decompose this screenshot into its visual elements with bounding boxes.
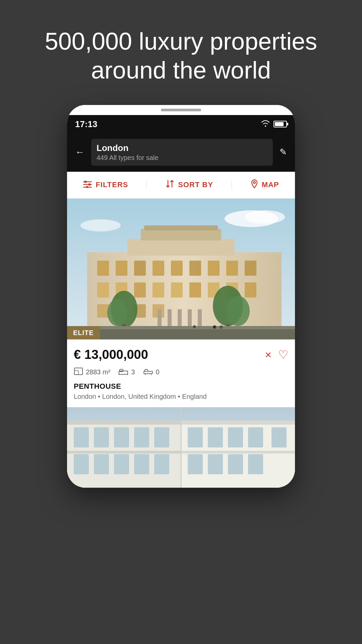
property-location: London • London, United Kingdom • Englan… bbox=[74, 393, 288, 400]
spec-baths: 0 bbox=[143, 368, 160, 377]
favorite-button[interactable]: ♡ bbox=[278, 348, 288, 361]
svg-rect-26 bbox=[134, 282, 146, 298]
svg-rect-32 bbox=[245, 282, 256, 298]
svg-rect-23 bbox=[245, 261, 256, 276]
back-button[interactable]: ← bbox=[74, 146, 86, 159]
svg-rect-76 bbox=[154, 454, 169, 474]
filters-icon bbox=[83, 180, 92, 190]
svg-rect-13 bbox=[141, 229, 221, 240]
map-label: MAP bbox=[262, 180, 279, 189]
svg-rect-85 bbox=[248, 454, 263, 474]
spec-area: 2883 m² bbox=[74, 367, 110, 377]
svg-rect-81 bbox=[272, 427, 287, 447]
hero-title: 500,000 luxury properties around the wor… bbox=[0, 0, 362, 105]
svg-rect-83 bbox=[208, 454, 223, 474]
svg-point-51 bbox=[220, 325, 223, 329]
sort-button[interactable]: SORT BY bbox=[165, 179, 213, 191]
svg-rect-80 bbox=[248, 427, 263, 447]
sort-label: SORT BY bbox=[178, 180, 213, 189]
svg-point-46 bbox=[226, 296, 250, 326]
bath-icon bbox=[143, 368, 153, 377]
svg-rect-33 bbox=[97, 304, 109, 318]
filters-button[interactable]: FILTERS bbox=[83, 180, 128, 190]
svg-point-10 bbox=[80, 219, 121, 231]
svg-rect-14 bbox=[144, 225, 218, 230]
location-subtitle: 449 All types for sale bbox=[97, 154, 267, 162]
wifi-icon bbox=[261, 119, 270, 129]
svg-rect-16 bbox=[116, 261, 127, 276]
status-bar: 17:13 bbox=[67, 115, 295, 133]
svg-rect-17 bbox=[134, 261, 146, 276]
header-location: London 449 All types for sale bbox=[91, 139, 273, 166]
svg-rect-72 bbox=[74, 454, 89, 474]
property-type: PENTHOUSE bbox=[74, 382, 288, 391]
svg-point-43 bbox=[107, 299, 127, 326]
location-name: London bbox=[97, 143, 267, 153]
svg-rect-88 bbox=[67, 451, 181, 453]
svg-rect-78 bbox=[208, 427, 223, 447]
area-value: 2883 m² bbox=[86, 368, 110, 376]
area-icon bbox=[74, 367, 83, 377]
status-icons bbox=[261, 119, 287, 129]
svg-rect-28 bbox=[171, 282, 183, 298]
filter-divider-2 bbox=[232, 180, 232, 190]
svg-rect-82 bbox=[188, 454, 203, 474]
beds-value: 3 bbox=[131, 368, 135, 376]
filters-label: FILTERS bbox=[96, 180, 128, 189]
property-price-row: € 13,000,000 × ♡ bbox=[74, 347, 288, 362]
svg-rect-89 bbox=[181, 451, 295, 453]
bed-icon bbox=[118, 368, 128, 377]
svg-rect-73 bbox=[94, 454, 109, 474]
svg-rect-21 bbox=[208, 261, 220, 276]
svg-rect-24 bbox=[97, 282, 109, 298]
svg-point-9 bbox=[245, 210, 285, 224]
edit-button[interactable]: ✎ bbox=[278, 146, 288, 159]
svg-point-1 bbox=[84, 180, 87, 183]
sort-icon bbox=[165, 179, 175, 191]
svg-rect-71 bbox=[154, 427, 169, 447]
svg-rect-86 bbox=[67, 421, 181, 425]
property-2-image[interactable] bbox=[67, 407, 295, 488]
svg-rect-74 bbox=[114, 454, 129, 474]
svg-rect-15 bbox=[97, 261, 109, 276]
svg-rect-67 bbox=[74, 427, 89, 447]
svg-rect-29 bbox=[189, 282, 201, 298]
svg-point-50 bbox=[213, 325, 216, 329]
filter-divider-1 bbox=[146, 180, 147, 190]
svg-rect-18 bbox=[153, 261, 164, 276]
status-time: 17:13 bbox=[75, 119, 98, 129]
property-actions: × ♡ bbox=[265, 348, 288, 361]
svg-rect-22 bbox=[226, 261, 238, 276]
svg-rect-49 bbox=[67, 329, 295, 339]
svg-rect-77 bbox=[188, 427, 203, 447]
svg-point-3 bbox=[88, 183, 91, 185]
svg-point-6 bbox=[253, 181, 255, 183]
elite-badge: ELITE bbox=[67, 326, 100, 339]
phone-pill bbox=[161, 109, 201, 111]
svg-point-5 bbox=[86, 186, 88, 188]
filter-bar: FILTERS SORT BY MAP bbox=[67, 172, 295, 199]
phone-notch bbox=[67, 105, 295, 115]
property-price: € 13,000,000 bbox=[74, 347, 148, 362]
svg-rect-12 bbox=[127, 239, 235, 256]
svg-rect-60 bbox=[144, 371, 153, 374]
dismiss-button[interactable]: × bbox=[265, 348, 272, 361]
svg-rect-79 bbox=[228, 427, 243, 447]
property-1-details: € 13,000,000 × ♡ 2883 m² bbox=[67, 339, 295, 407]
svg-rect-75 bbox=[134, 454, 149, 474]
spec-beds: 3 bbox=[118, 368, 135, 377]
battery-icon bbox=[274, 121, 287, 127]
svg-point-52 bbox=[193, 325, 196, 328]
property-specs: 2883 m² 3 bbox=[74, 367, 288, 377]
property-1-image[interactable]: ELITE bbox=[67, 199, 295, 339]
svg-rect-68 bbox=[94, 427, 109, 447]
svg-rect-84 bbox=[228, 454, 243, 474]
svg-rect-69 bbox=[114, 427, 129, 447]
svg-rect-70 bbox=[134, 427, 149, 447]
map-button[interactable]: MAP bbox=[250, 179, 279, 191]
svg-rect-27 bbox=[153, 282, 164, 298]
svg-rect-87 bbox=[181, 421, 295, 425]
baths-value: 0 bbox=[156, 368, 160, 376]
map-icon bbox=[250, 179, 258, 191]
phone-frame: 17:13 ← London 449 All types for sale ✎ bbox=[67, 105, 295, 488]
